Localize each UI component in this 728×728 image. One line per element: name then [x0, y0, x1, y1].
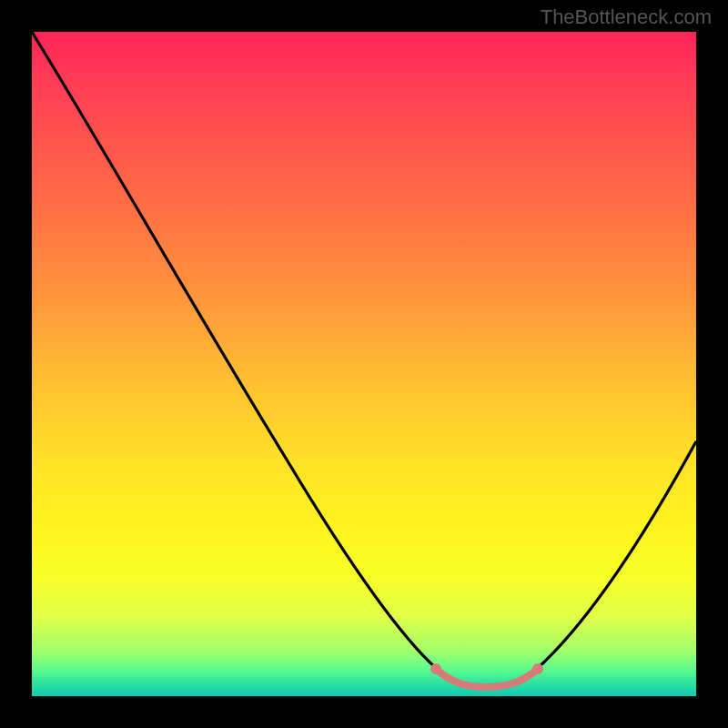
flat-region-dot-right [532, 663, 543, 674]
main-curve-path [32, 32, 696, 687]
flat-region-highlight [436, 669, 538, 687]
watermark-label: TheBottleneck.com [541, 5, 712, 29]
flat-region-dot-left [430, 663, 441, 674]
chart-container: TheBottleneck.com [0, 0, 728, 728]
bottleneck-curve [32, 32, 696, 696]
